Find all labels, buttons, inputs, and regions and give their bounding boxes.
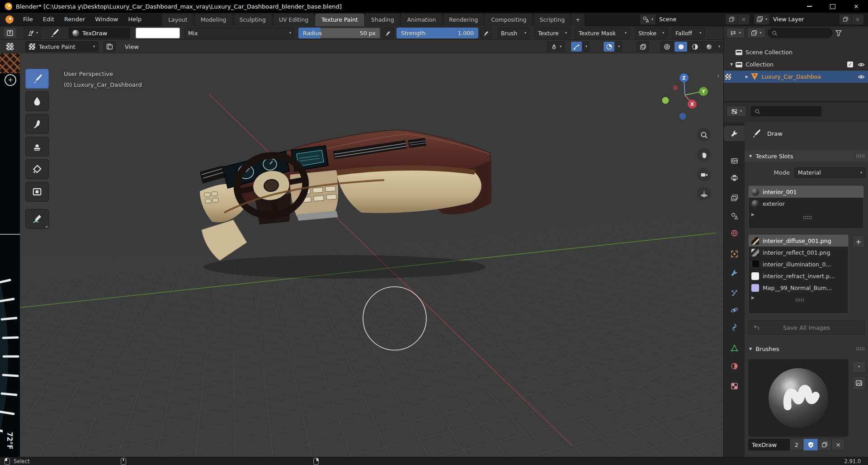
tab-animation[interactable]: Animation: [401, 14, 443, 26]
outliner-filter-id-dropdown[interactable]: ▾: [747, 28, 765, 38]
shading-solid-button[interactable]: [674, 41, 688, 52]
tool-fill-button[interactable]: [25, 159, 49, 179]
sidebar-collapse-arrow[interactable]: ‹: [717, 72, 719, 79]
brush-preview-dropdown[interactable]: ▾: [852, 361, 866, 373]
maximize-button[interactable]: [821, 0, 844, 13]
panel-drag-grip[interactable]: [856, 154, 865, 158]
tab-texture-paint[interactable]: Texture Paint: [315, 14, 364, 26]
tab-material[interactable]: [724, 358, 745, 374]
material-row-exterior[interactable]: exterior: [749, 198, 863, 209]
slot-mode-dropdown[interactable]: Material ▾: [794, 167, 866, 178]
brush-preset-dropdown[interactable]: ▾: [24, 28, 42, 38]
tab-modifiers[interactable]: [724, 265, 745, 280]
expand-triangle-icon[interactable]: ▶: [751, 212, 755, 217]
shading-wireframe-button[interactable]: [660, 41, 674, 52]
brush-popover[interactable]: Brush▾: [497, 28, 530, 38]
scene-browse-dropdown[interactable]: ▾: [640, 14, 656, 24]
list-resize-grip[interactable]: [803, 216, 812, 219]
tab-object-data[interactable]: [724, 340, 745, 356]
perspective-toggle-button[interactable]: [697, 187, 711, 200]
xray-toggle[interactable]: [637, 41, 649, 52]
camera-view-button[interactable]: [697, 168, 711, 181]
zoom-view-button[interactable]: [697, 128, 711, 142]
tab-physics[interactable]: [724, 302, 745, 318]
texture-row-refract[interactable]: interior_refract_invert.p...: [749, 270, 848, 282]
object-visibility-dropdown[interactable]: ▾: [547, 41, 565, 52]
view-layer-browse-dropdown[interactable]: ▾: [754, 14, 769, 24]
minimize-button[interactable]: [797, 0, 821, 13]
car-dashboard-model[interactable]: [200, 130, 491, 279]
scene-name-field[interactable]: Scene: [656, 14, 725, 24]
tab-output[interactable]: [724, 170, 745, 185]
close-button[interactable]: ✕: [844, 0, 868, 13]
brush-preview-button[interactable]: [45, 28, 63, 38]
menu-render[interactable]: Render: [59, 14, 90, 25]
material-row-interior[interactable]: interior_001: [749, 186, 863, 198]
tab-render[interactable]: [724, 153, 745, 168]
texture-row-diffuse[interactable]: interior_diffuse_001.png: [749, 235, 848, 247]
tab-layout[interactable]: Layout: [162, 14, 194, 26]
duplicate-brush-button[interactable]: [818, 439, 831, 451]
pan-view-button[interactable]: [697, 148, 711, 161]
tool-soften-button[interactable]: [25, 91, 49, 111]
tab-shading[interactable]: Shading: [365, 14, 401, 26]
tool-clone-button[interactable]: [25, 137, 49, 157]
editor-type-button[interactable]: [3, 28, 17, 38]
view-pie-button[interactable]: [103, 41, 116, 52]
overlays-dropdown[interactable]: ▾: [616, 41, 622, 52]
outliner-row-scene-collection[interactable]: Scene Collection: [724, 46, 868, 58]
gizmo-axis-dot[interactable]: [673, 85, 678, 90]
falloff-popover[interactable]: Falloff▾: [672, 28, 705, 38]
tool-mask-button[interactable]: [25, 182, 49, 202]
tab-modeling[interactable]: Modeling: [194, 14, 233, 26]
outliner-row-active-object[interactable]: ▶ Luxury_Car_Dashboa: [724, 71, 868, 83]
strength-slider[interactable]: Strength 1.000: [396, 28, 478, 38]
disclosure-triangle-icon[interactable]: ▶: [745, 75, 748, 79]
view-menu[interactable]: View: [121, 41, 142, 52]
tab-texture[interactable]: [724, 378, 745, 394]
texture-mask-popover[interactable]: Texture Mask▾: [575, 28, 630, 38]
shading-rendered-button[interactable]: [702, 41, 716, 52]
disclosure-triangle-icon[interactable]: ▼: [730, 62, 733, 66]
view-layer-name-field[interactable]: View Layer: [769, 14, 839, 24]
expand-triangle-icon[interactable]: ▶: [751, 295, 755, 300]
view-layer-new-copy-button[interactable]: [839, 14, 851, 24]
tool-draw-button[interactable]: [25, 69, 49, 89]
filter-funnel-icon[interactable]: [835, 29, 842, 37]
viewport-3d[interactable]: Z Y X User Perspective (0) Luxury_Car_Da…: [20, 53, 723, 457]
image-editor-strip[interactable]: + 72°F: [0, 26, 20, 457]
gizmos-dropdown[interactable]: ▾: [583, 41, 590, 52]
texture-row-reflect[interactable]: interior_reflect_001.png: [749, 247, 848, 258]
menu-file[interactable]: File: [18, 14, 38, 25]
unlink-brush-button[interactable]: ×: [831, 439, 845, 451]
blend-mode-dropdown[interactable]: Mix ▾: [184, 28, 295, 38]
tab-constraints[interactable]: [724, 319, 745, 335]
scene-unlink-button[interactable]: ×: [737, 14, 750, 24]
tab-scene[interactable]: [724, 208, 745, 223]
texture-row-normal[interactable]: Map__99_Normal_Bum...: [749, 282, 848, 294]
tab-compositing[interactable]: Compositing: [485, 14, 533, 26]
paint-mode-checker-icon[interactable]: [6, 43, 14, 50]
add-texture-slot-button[interactable]: +: [852, 235, 865, 248]
shading-material-button[interactable]: [688, 41, 702, 52]
area-splitter[interactable]: [724, 101, 868, 102]
outliner-search-input[interactable]: [768, 28, 832, 38]
brush-color-swatch[interactable]: [136, 28, 180, 38]
radius-pressure-button[interactable]: [382, 28, 394, 38]
radius-slider[interactable]: Radius 50 px: [298, 28, 380, 38]
tab-object[interactable]: [724, 246, 745, 261]
tab-uv-editing[interactable]: UV Editing: [273, 14, 315, 26]
gizmos-toggle[interactable]: [571, 41, 582, 52]
save-all-images-button[interactable]: Save All Images: [748, 320, 865, 335]
tab-world[interactable]: [724, 225, 745, 241]
tab-sculpting[interactable]: Sculpting: [233, 14, 272, 26]
mode-dropdown[interactable]: Texture Paint ▾: [25, 41, 99, 52]
texture-popover[interactable]: Texture▾: [534, 28, 571, 38]
tab-view-layer[interactable]: [724, 190, 745, 205]
view-layer-remove-button[interactable]: ×: [851, 14, 863, 24]
list-resize-grip[interactable]: [795, 298, 804, 302]
brush-preview-box[interactable]: [748, 359, 849, 437]
tab-tool[interactable]: [724, 126, 745, 141]
tab-particles[interactable]: [724, 285, 745, 300]
overlays-toggle[interactable]: [603, 41, 615, 52]
